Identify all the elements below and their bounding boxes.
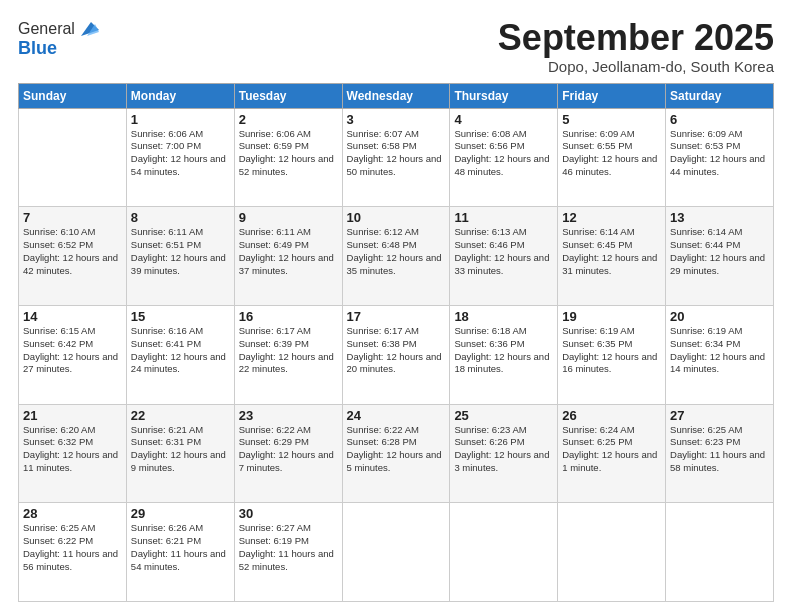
day-info: Sunrise: 6:17 AM Sunset: 6:38 PM Dayligh…	[347, 325, 446, 376]
day-cell: 29Sunrise: 6:26 AM Sunset: 6:21 PM Dayli…	[126, 503, 234, 602]
day-number: 1	[131, 112, 230, 127]
subtitle: Dopo, Jeollanam-do, South Korea	[498, 58, 774, 75]
day-cell: 6Sunrise: 6:09 AM Sunset: 6:53 PM Daylig…	[666, 108, 774, 207]
day-cell: 23Sunrise: 6:22 AM Sunset: 6:29 PM Dayli…	[234, 404, 342, 503]
day-number: 3	[347, 112, 446, 127]
day-cell: 14Sunrise: 6:15 AM Sunset: 6:42 PM Dayli…	[19, 305, 127, 404]
week-row-1: 1Sunrise: 6:06 AM Sunset: 7:00 PM Daylig…	[19, 108, 774, 207]
day-info: Sunrise: 6:14 AM Sunset: 6:45 PM Dayligh…	[562, 226, 661, 277]
day-number: 25	[454, 408, 553, 423]
day-info: Sunrise: 6:15 AM Sunset: 6:42 PM Dayligh…	[23, 325, 122, 376]
day-info: Sunrise: 6:23 AM Sunset: 6:26 PM Dayligh…	[454, 424, 553, 475]
day-info: Sunrise: 6:09 AM Sunset: 6:53 PM Dayligh…	[670, 128, 769, 179]
month-title: September 2025	[498, 18, 774, 58]
day-number: 21	[23, 408, 122, 423]
day-cell: 5Sunrise: 6:09 AM Sunset: 6:55 PM Daylig…	[558, 108, 666, 207]
day-number: 20	[670, 309, 769, 324]
header-cell-sunday: Sunday	[19, 83, 127, 108]
day-info: Sunrise: 6:07 AM Sunset: 6:58 PM Dayligh…	[347, 128, 446, 179]
day-info: Sunrise: 6:09 AM Sunset: 6:55 PM Dayligh…	[562, 128, 661, 179]
logo-icon	[77, 18, 99, 40]
day-number: 24	[347, 408, 446, 423]
day-cell: 7Sunrise: 6:10 AM Sunset: 6:52 PM Daylig…	[19, 207, 127, 306]
day-info: Sunrise: 6:18 AM Sunset: 6:36 PM Dayligh…	[454, 325, 553, 376]
day-number: 7	[23, 210, 122, 225]
header-cell-thursday: Thursday	[450, 83, 558, 108]
day-number: 10	[347, 210, 446, 225]
day-info: Sunrise: 6:16 AM Sunset: 6:41 PM Dayligh…	[131, 325, 230, 376]
day-number: 9	[239, 210, 338, 225]
day-cell: 15Sunrise: 6:16 AM Sunset: 6:41 PM Dayli…	[126, 305, 234, 404]
day-cell: 28Sunrise: 6:25 AM Sunset: 6:22 PM Dayli…	[19, 503, 127, 602]
day-info: Sunrise: 6:26 AM Sunset: 6:21 PM Dayligh…	[131, 522, 230, 573]
day-number: 26	[562, 408, 661, 423]
day-info: Sunrise: 6:24 AM Sunset: 6:25 PM Dayligh…	[562, 424, 661, 475]
day-cell: 26Sunrise: 6:24 AM Sunset: 6:25 PM Dayli…	[558, 404, 666, 503]
day-number: 18	[454, 309, 553, 324]
day-info: Sunrise: 6:17 AM Sunset: 6:39 PM Dayligh…	[239, 325, 338, 376]
page: General Blue September 2025 Dopo, Jeolla…	[0, 0, 792, 612]
day-number: 22	[131, 408, 230, 423]
day-number: 8	[131, 210, 230, 225]
day-cell: 20Sunrise: 6:19 AM Sunset: 6:34 PM Dayli…	[666, 305, 774, 404]
day-number: 15	[131, 309, 230, 324]
day-number: 14	[23, 309, 122, 324]
header-cell-friday: Friday	[558, 83, 666, 108]
day-cell: 11Sunrise: 6:13 AM Sunset: 6:46 PM Dayli…	[450, 207, 558, 306]
day-info: Sunrise: 6:25 AM Sunset: 6:22 PM Dayligh…	[23, 522, 122, 573]
day-info: Sunrise: 6:13 AM Sunset: 6:46 PM Dayligh…	[454, 226, 553, 277]
day-number: 2	[239, 112, 338, 127]
day-number: 16	[239, 309, 338, 324]
day-cell: 25Sunrise: 6:23 AM Sunset: 6:26 PM Dayli…	[450, 404, 558, 503]
day-info: Sunrise: 6:25 AM Sunset: 6:23 PM Dayligh…	[670, 424, 769, 475]
day-cell: 21Sunrise: 6:20 AM Sunset: 6:32 PM Dayli…	[19, 404, 127, 503]
week-row-3: 14Sunrise: 6:15 AM Sunset: 6:42 PM Dayli…	[19, 305, 774, 404]
header-cell-saturday: Saturday	[666, 83, 774, 108]
day-number: 6	[670, 112, 769, 127]
day-cell	[19, 108, 127, 207]
day-info: Sunrise: 6:06 AM Sunset: 7:00 PM Dayligh…	[131, 128, 230, 179]
week-row-5: 28Sunrise: 6:25 AM Sunset: 6:22 PM Dayli…	[19, 503, 774, 602]
week-row-2: 7Sunrise: 6:10 AM Sunset: 6:52 PM Daylig…	[19, 207, 774, 306]
day-info: Sunrise: 6:27 AM Sunset: 6:19 PM Dayligh…	[239, 522, 338, 573]
day-info: Sunrise: 6:22 AM Sunset: 6:29 PM Dayligh…	[239, 424, 338, 475]
day-cell: 9Sunrise: 6:11 AM Sunset: 6:49 PM Daylig…	[234, 207, 342, 306]
day-cell: 24Sunrise: 6:22 AM Sunset: 6:28 PM Dayli…	[342, 404, 450, 503]
day-number: 27	[670, 408, 769, 423]
day-cell: 1Sunrise: 6:06 AM Sunset: 7:00 PM Daylig…	[126, 108, 234, 207]
header-cell-monday: Monday	[126, 83, 234, 108]
day-info: Sunrise: 6:11 AM Sunset: 6:49 PM Dayligh…	[239, 226, 338, 277]
header-cell-wednesday: Wednesday	[342, 83, 450, 108]
day-cell: 18Sunrise: 6:18 AM Sunset: 6:36 PM Dayli…	[450, 305, 558, 404]
day-number: 12	[562, 210, 661, 225]
day-cell: 19Sunrise: 6:19 AM Sunset: 6:35 PM Dayli…	[558, 305, 666, 404]
day-cell: 16Sunrise: 6:17 AM Sunset: 6:39 PM Dayli…	[234, 305, 342, 404]
day-number: 19	[562, 309, 661, 324]
day-cell: 10Sunrise: 6:12 AM Sunset: 6:48 PM Dayli…	[342, 207, 450, 306]
day-info: Sunrise: 6:11 AM Sunset: 6:51 PM Dayligh…	[131, 226, 230, 277]
day-number: 23	[239, 408, 338, 423]
calendar-table: SundayMondayTuesdayWednesdayThursdayFrid…	[18, 83, 774, 602]
day-info: Sunrise: 6:22 AM Sunset: 6:28 PM Dayligh…	[347, 424, 446, 475]
day-number: 13	[670, 210, 769, 225]
day-number: 29	[131, 506, 230, 521]
day-info: Sunrise: 6:10 AM Sunset: 6:52 PM Dayligh…	[23, 226, 122, 277]
day-cell	[342, 503, 450, 602]
day-number: 5	[562, 112, 661, 127]
day-cell: 8Sunrise: 6:11 AM Sunset: 6:51 PM Daylig…	[126, 207, 234, 306]
day-number: 30	[239, 506, 338, 521]
calendar-body: 1Sunrise: 6:06 AM Sunset: 7:00 PM Daylig…	[19, 108, 774, 601]
header-cell-tuesday: Tuesday	[234, 83, 342, 108]
day-cell: 4Sunrise: 6:08 AM Sunset: 6:56 PM Daylig…	[450, 108, 558, 207]
day-cell: 17Sunrise: 6:17 AM Sunset: 6:38 PM Dayli…	[342, 305, 450, 404]
logo-blue-text: Blue	[18, 38, 99, 59]
day-info: Sunrise: 6:20 AM Sunset: 6:32 PM Dayligh…	[23, 424, 122, 475]
day-info: Sunrise: 6:14 AM Sunset: 6:44 PM Dayligh…	[670, 226, 769, 277]
day-cell: 27Sunrise: 6:25 AM Sunset: 6:23 PM Dayli…	[666, 404, 774, 503]
week-row-4: 21Sunrise: 6:20 AM Sunset: 6:32 PM Dayli…	[19, 404, 774, 503]
day-cell: 13Sunrise: 6:14 AM Sunset: 6:44 PM Dayli…	[666, 207, 774, 306]
header: General Blue September 2025 Dopo, Jeolla…	[18, 18, 774, 75]
day-cell: 30Sunrise: 6:27 AM Sunset: 6:19 PM Dayli…	[234, 503, 342, 602]
day-info: Sunrise: 6:19 AM Sunset: 6:34 PM Dayligh…	[670, 325, 769, 376]
day-cell	[666, 503, 774, 602]
